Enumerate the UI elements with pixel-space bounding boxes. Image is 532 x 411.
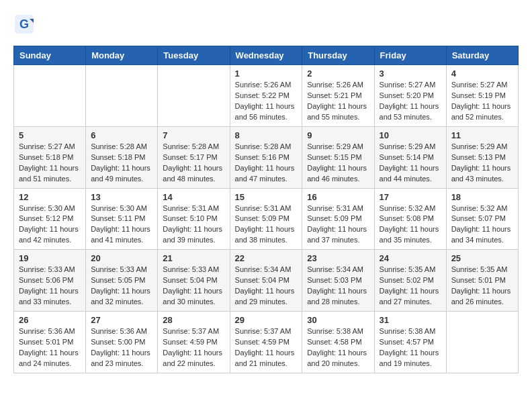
day-number: 31 bbox=[380, 315, 441, 325]
calendar-cell: 17Sunrise: 5:32 AM Sunset: 5:08 PM Dayli… bbox=[374, 188, 446, 250]
day-info: Sunrise: 5:36 AM Sunset: 5:00 PM Dayligh… bbox=[91, 326, 152, 369]
day-number: 25 bbox=[451, 253, 513, 263]
day-number: 8 bbox=[235, 130, 298, 140]
day-number: 29 bbox=[235, 315, 298, 325]
calendar-table: SundayMondayTuesdayWednesdayThursdayFrid… bbox=[13, 46, 519, 373]
day-info: Sunrise: 5:31 AM Sunset: 5:09 PM Dayligh… bbox=[307, 203, 369, 246]
day-info: Sunrise: 5:32 AM Sunset: 5:08 PM Dayligh… bbox=[380, 203, 441, 246]
calendar-week-row-4: 19Sunrise: 5:33 AM Sunset: 5:06 PM Dayli… bbox=[14, 250, 519, 312]
day-number: 12 bbox=[19, 192, 81, 202]
calendar-cell: 4Sunrise: 5:27 AM Sunset: 5:19 PM Daylig… bbox=[446, 65, 518, 127]
day-number: 30 bbox=[307, 315, 369, 325]
calendar-cell: 19Sunrise: 5:33 AM Sunset: 5:06 PM Dayli… bbox=[14, 250, 86, 312]
day-info: Sunrise: 5:30 AM Sunset: 5:12 PM Dayligh… bbox=[19, 203, 81, 246]
day-number: 13 bbox=[91, 192, 152, 202]
day-info: Sunrise: 5:29 AM Sunset: 5:14 PM Dayligh… bbox=[380, 142, 441, 185]
day-info: Sunrise: 5:27 AM Sunset: 5:19 PM Dayligh… bbox=[451, 80, 513, 123]
day-number: 17 bbox=[380, 192, 441, 202]
day-number: 6 bbox=[91, 130, 152, 140]
day-number: 28 bbox=[163, 315, 224, 325]
day-info: Sunrise: 5:35 AM Sunset: 5:02 PM Dayligh… bbox=[380, 265, 441, 308]
calendar-cell: 22Sunrise: 5:34 AM Sunset: 5:04 PM Dayli… bbox=[230, 250, 302, 312]
day-info: Sunrise: 5:28 AM Sunset: 5:17 PM Dayligh… bbox=[163, 142, 224, 185]
day-number: 26 bbox=[19, 315, 81, 325]
day-info: Sunrise: 5:38 AM Sunset: 4:58 PM Dayligh… bbox=[307, 326, 369, 369]
calendar-week-row-1: 1Sunrise: 5:26 AM Sunset: 5:22 PM Daylig… bbox=[14, 65, 519, 127]
calendar-cell: 18Sunrise: 5:32 AM Sunset: 5:07 PM Dayli… bbox=[446, 188, 518, 250]
calendar-cell: 12Sunrise: 5:30 AM Sunset: 5:12 PM Dayli… bbox=[14, 188, 86, 250]
day-number: 4 bbox=[451, 68, 513, 79]
calendar-cell: 11Sunrise: 5:29 AM Sunset: 5:13 PM Dayli… bbox=[446, 126, 518, 188]
calendar-cell bbox=[86, 65, 158, 127]
calendar-cell: 13Sunrise: 5:30 AM Sunset: 5:11 PM Dayli… bbox=[86, 188, 158, 250]
day-number: 10 bbox=[380, 130, 441, 140]
day-info: Sunrise: 5:33 AM Sunset: 5:04 PM Dayligh… bbox=[163, 265, 224, 308]
calendar-cell: 10Sunrise: 5:29 AM Sunset: 5:14 PM Dayli… bbox=[374, 126, 446, 188]
day-info: Sunrise: 5:32 AM Sunset: 5:07 PM Dayligh… bbox=[451, 203, 513, 246]
page-header: G bbox=[13, 13, 519, 35]
day-number: 11 bbox=[451, 130, 513, 140]
calendar-cell: 29Sunrise: 5:37 AM Sunset: 4:59 PM Dayli… bbox=[230, 312, 302, 373]
calendar-cell bbox=[14, 65, 86, 127]
calendar-header-wednesday: Wednesday bbox=[230, 46, 302, 65]
calendar-header-saturday: Saturday bbox=[446, 46, 518, 65]
calendar-cell: 6Sunrise: 5:28 AM Sunset: 5:18 PM Daylig… bbox=[86, 126, 158, 188]
calendar-cell: 7Sunrise: 5:28 AM Sunset: 5:17 PM Daylig… bbox=[158, 126, 230, 188]
day-info: Sunrise: 5:37 AM Sunset: 4:59 PM Dayligh… bbox=[235, 326, 298, 369]
calendar-week-row-3: 12Sunrise: 5:30 AM Sunset: 5:12 PM Dayli… bbox=[14, 188, 519, 250]
day-info: Sunrise: 5:29 AM Sunset: 5:13 PM Dayligh… bbox=[451, 142, 513, 185]
svg-text:G: G bbox=[19, 17, 29, 31]
calendar-cell: 21Sunrise: 5:33 AM Sunset: 5:04 PM Dayli… bbox=[158, 250, 230, 312]
logo: G bbox=[13, 13, 38, 35]
day-number: 23 bbox=[307, 253, 369, 263]
calendar-week-row-2: 5Sunrise: 5:27 AM Sunset: 5:18 PM Daylig… bbox=[14, 126, 519, 188]
calendar-header-monday: Monday bbox=[86, 46, 158, 65]
day-number: 20 bbox=[91, 253, 152, 263]
calendar-header-tuesday: Tuesday bbox=[158, 46, 230, 65]
day-number: 22 bbox=[235, 253, 298, 263]
calendar-cell: 9Sunrise: 5:29 AM Sunset: 5:15 PM Daylig… bbox=[302, 126, 374, 188]
day-number: 18 bbox=[451, 192, 513, 202]
day-info: Sunrise: 5:27 AM Sunset: 5:18 PM Dayligh… bbox=[19, 142, 81, 185]
day-number: 16 bbox=[307, 192, 369, 202]
day-number: 2 bbox=[307, 68, 369, 79]
day-number: 21 bbox=[163, 253, 224, 263]
day-info: Sunrise: 5:28 AM Sunset: 5:16 PM Dayligh… bbox=[235, 142, 298, 185]
calendar-cell: 20Sunrise: 5:33 AM Sunset: 5:05 PM Dayli… bbox=[86, 250, 158, 312]
calendar-cell: 16Sunrise: 5:31 AM Sunset: 5:09 PM Dayli… bbox=[302, 188, 374, 250]
logo-icon: G bbox=[13, 13, 35, 35]
day-info: Sunrise: 5:26 AM Sunset: 5:22 PM Dayligh… bbox=[235, 80, 298, 123]
calendar-cell: 30Sunrise: 5:38 AM Sunset: 4:58 PM Dayli… bbox=[302, 312, 374, 373]
calendar-cell: 8Sunrise: 5:28 AM Sunset: 5:16 PM Daylig… bbox=[230, 126, 302, 188]
day-number: 14 bbox=[163, 192, 224, 202]
day-number: 5 bbox=[19, 130, 81, 140]
day-info: Sunrise: 5:34 AM Sunset: 5:04 PM Dayligh… bbox=[235, 265, 298, 308]
day-info: Sunrise: 5:37 AM Sunset: 4:59 PM Dayligh… bbox=[163, 326, 224, 369]
day-info: Sunrise: 5:36 AM Sunset: 5:01 PM Dayligh… bbox=[19, 326, 81, 369]
calendar-cell: 14Sunrise: 5:31 AM Sunset: 5:10 PM Dayli… bbox=[158, 188, 230, 250]
calendar-cell: 15Sunrise: 5:31 AM Sunset: 5:09 PM Dayli… bbox=[230, 188, 302, 250]
calendar-header-row: SundayMondayTuesdayWednesdayThursdayFrid… bbox=[14, 46, 519, 65]
day-info: Sunrise: 5:33 AM Sunset: 5:06 PM Dayligh… bbox=[19, 265, 81, 308]
calendar-cell: 24Sunrise: 5:35 AM Sunset: 5:02 PM Dayli… bbox=[374, 250, 446, 312]
day-info: Sunrise: 5:31 AM Sunset: 5:10 PM Dayligh… bbox=[163, 203, 224, 246]
day-number: 15 bbox=[235, 192, 298, 202]
calendar-cell: 23Sunrise: 5:34 AM Sunset: 5:03 PM Dayli… bbox=[302, 250, 374, 312]
calendar-cell bbox=[446, 312, 518, 373]
calendar-cell: 28Sunrise: 5:37 AM Sunset: 4:59 PM Dayli… bbox=[158, 312, 230, 373]
day-info: Sunrise: 5:34 AM Sunset: 5:03 PM Dayligh… bbox=[307, 265, 369, 308]
calendar-cell: 25Sunrise: 5:35 AM Sunset: 5:01 PM Dayli… bbox=[446, 250, 518, 312]
day-info: Sunrise: 5:29 AM Sunset: 5:15 PM Dayligh… bbox=[307, 142, 369, 185]
day-info: Sunrise: 5:35 AM Sunset: 5:01 PM Dayligh… bbox=[451, 265, 513, 308]
calendar-cell: 5Sunrise: 5:27 AM Sunset: 5:18 PM Daylig… bbox=[14, 126, 86, 188]
calendar-cell: 31Sunrise: 5:38 AM Sunset: 4:57 PM Dayli… bbox=[374, 312, 446, 373]
day-number: 1 bbox=[235, 68, 298, 79]
day-info: Sunrise: 5:31 AM Sunset: 5:09 PM Dayligh… bbox=[235, 203, 298, 246]
calendar-cell: 3Sunrise: 5:27 AM Sunset: 5:20 PM Daylig… bbox=[374, 65, 446, 127]
calendar-cell: 27Sunrise: 5:36 AM Sunset: 5:00 PM Dayli… bbox=[86, 312, 158, 373]
calendar-cell: 26Sunrise: 5:36 AM Sunset: 5:01 PM Dayli… bbox=[14, 312, 86, 373]
calendar-header-friday: Friday bbox=[374, 46, 446, 65]
day-info: Sunrise: 5:30 AM Sunset: 5:11 PM Dayligh… bbox=[91, 203, 152, 246]
day-info: Sunrise: 5:26 AM Sunset: 5:21 PM Dayligh… bbox=[307, 80, 369, 123]
day-info: Sunrise: 5:33 AM Sunset: 5:05 PM Dayligh… bbox=[91, 265, 152, 308]
